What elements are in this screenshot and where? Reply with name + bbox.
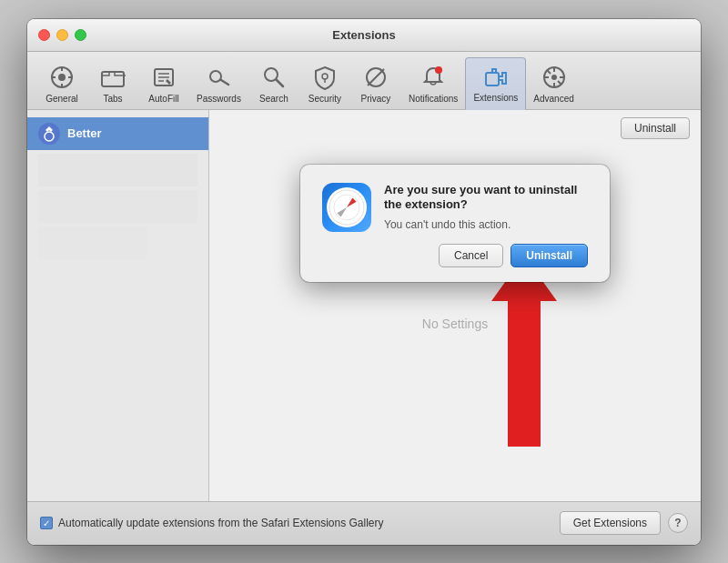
svg-line-17 <box>368 69 384 85</box>
main-content-wrapper: kes Uninstall No Settings <box>209 110 701 501</box>
no-settings-label: No Settings <box>422 317 488 331</box>
advanced-icon <box>540 63 569 92</box>
passwords-label: Passwords <box>197 94 241 104</box>
notifications-label: Notifications <box>409 94 458 104</box>
maximize-button[interactable] <box>75 29 86 41</box>
privacy-label: Privacy <box>361 94 391 104</box>
advanced-label: Advanced <box>533 94 573 104</box>
general-label: General <box>46 94 78 104</box>
privacy-icon <box>361 63 390 92</box>
auto-update-label: Automatically update extensions from the… <box>58 517 384 529</box>
modal-message: You can't undo this action. <box>384 218 588 231</box>
sidebar-placeholder-3 <box>38 226 147 259</box>
arrow-shaft <box>508 301 541 447</box>
checkbox-area: ✓ Automatically update extensions from t… <box>40 517 552 529</box>
better-icon <box>38 123 60 145</box>
svg-point-28 <box>45 132 54 141</box>
security-icon <box>310 63 339 92</box>
main-window: Extensions General <box>27 19 701 545</box>
modal-uninstall-button[interactable]: Uninstall <box>511 244 588 267</box>
toolbar-item-security[interactable]: Security <box>299 59 350 109</box>
svg-point-15 <box>322 74 328 79</box>
confirm-dialog: Are you sure you want to uninstall the e… <box>300 165 610 283</box>
toolbar-item-notifications[interactable]: Notifications <box>401 59 465 109</box>
security-label: Security <box>308 94 341 104</box>
svg-point-18 <box>435 66 442 74</box>
toolbar-item-autofill[interactable]: AutoFill <box>138 59 189 109</box>
window-title: Extensions <box>332 28 395 42</box>
tabs-label: Tabs <box>103 94 122 104</box>
traffic-lights <box>38 29 86 41</box>
svg-rect-19 <box>486 73 499 85</box>
minimize-button[interactable] <box>56 29 68 41</box>
svg-line-27 <box>558 81 561 85</box>
cancel-button[interactable]: Cancel <box>439 244 503 267</box>
svg-line-12 <box>221 80 228 85</box>
general-icon <box>47 63 76 92</box>
content-area: Better kes Uninstall No Settings <box>27 110 701 501</box>
sidebar-item-better[interactable]: Better <box>27 117 208 150</box>
bottom-bar: ✓ Automatically update extensions from t… <box>27 501 701 545</box>
sidebar: Better <box>27 110 209 501</box>
svg-line-26 <box>547 70 551 74</box>
safari-icon-area <box>322 183 371 268</box>
toolbar: General Tabs AutoFill <box>27 52 701 110</box>
extensions-icon <box>481 62 511 91</box>
svg-point-1 <box>58 74 66 81</box>
passwords-icon <box>204 63 233 92</box>
safari-icon <box>322 183 371 232</box>
help-button[interactable]: ? <box>668 513 688 533</box>
search-icon <box>259 63 288 92</box>
toolbar-item-general[interactable]: General <box>36 59 87 109</box>
toolbar-item-advanced[interactable]: Advanced <box>526 59 581 109</box>
toolbar-item-extensions[interactable]: Extensions <box>465 57 526 110</box>
titlebar: Extensions <box>27 19 701 52</box>
sidebar-placeholder-2 <box>38 190 197 223</box>
notifications-icon <box>419 63 448 92</box>
toolbar-item-privacy[interactable]: Privacy <box>350 59 401 109</box>
auto-update-checkbox[interactable]: ✓ <box>40 517 53 529</box>
extensions-label: Extensions <box>473 93 518 103</box>
close-button[interactable] <box>38 29 50 41</box>
modal-buttons: Cancel Uninstall <box>384 244 588 267</box>
search-label: Search <box>259 94 288 104</box>
tabs-icon <box>98 63 127 92</box>
uninstall-button[interactable]: Uninstall <box>621 117 690 139</box>
modal-body: Are you sure you want to uninstall the e… <box>384 183 588 268</box>
toolbar-item-passwords[interactable]: Passwords <box>189 59 248 109</box>
toolbar-item-search[interactable]: Search <box>248 59 299 109</box>
compass <box>327 187 367 227</box>
modal-title: Are you sure you want to uninstall the e… <box>384 183 588 214</box>
toolbar-item-tabs[interactable]: Tabs <box>87 59 138 109</box>
better-label: Better <box>67 126 102 140</box>
svg-rect-6 <box>102 72 124 86</box>
uninstall-button-area: Uninstall <box>621 117 690 139</box>
svg-point-21 <box>551 75 557 80</box>
get-extensions-button[interactable]: Get Extensions <box>560 511 661 535</box>
svg-point-11 <box>210 71 221 82</box>
autofill-label: AutoFill <box>148 94 178 104</box>
annotation-arrow <box>491 256 557 447</box>
autofill-icon <box>149 63 178 92</box>
sidebar-placeholder-1 <box>38 154 197 186</box>
svg-line-14 <box>276 79 283 86</box>
